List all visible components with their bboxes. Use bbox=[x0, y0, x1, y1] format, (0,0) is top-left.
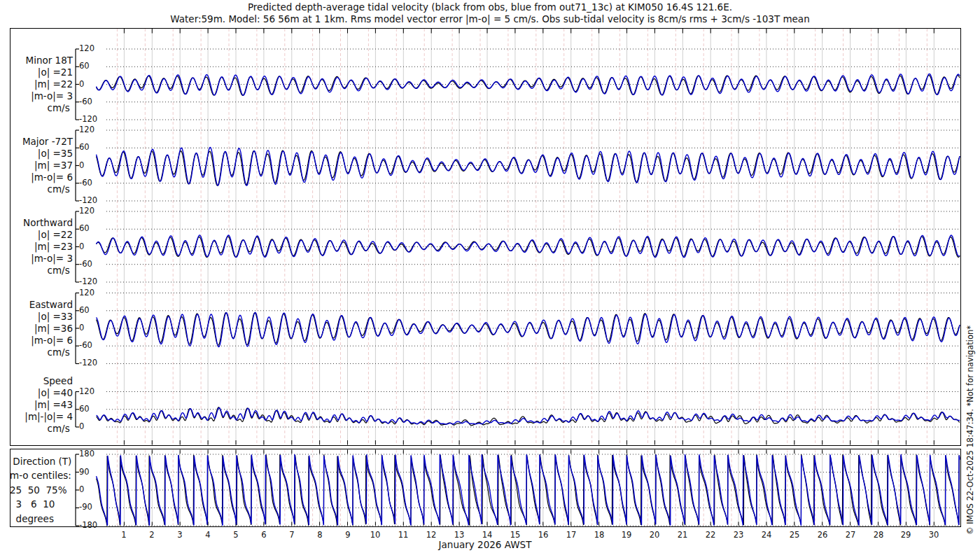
x-tick-label: 23 bbox=[729, 530, 748, 540]
x-tick-label: 2 bbox=[142, 530, 162, 540]
x-tick-label: 10 bbox=[365, 530, 385, 540]
y-tick-label: -60 bbox=[79, 97, 92, 106]
y-tick-label: -120 bbox=[79, 195, 97, 205]
panel-label-speed: Speed |o| =40 |m| =43 |m|-|o|= 4 cm/s bbox=[8, 375, 73, 435]
x-tick-label: 24 bbox=[757, 530, 776, 540]
watermark-text: © IMOS 22-Oct-2025 18:47:34. *Not for na… bbox=[965, 326, 975, 535]
x-tick-label: 4 bbox=[198, 530, 218, 540]
x-tick-label: 20 bbox=[645, 530, 664, 540]
y-tick-label: -60 bbox=[79, 340, 92, 350]
y-tick-label: -120 bbox=[79, 358, 97, 368]
y-tick-label: 60 bbox=[79, 223, 90, 233]
y-tick-label: -120 bbox=[79, 114, 97, 124]
y-tick-label: 0 bbox=[79, 241, 84, 251]
y-tick-label: 120 bbox=[79, 288, 94, 298]
y-tick-label: 0 bbox=[79, 79, 84, 89]
panel-label-eastward: Eastward |o| =33 |m| =36 |m-o|= 6 cm/s bbox=[8, 299, 73, 358]
x-tick-label: 17 bbox=[561, 530, 581, 540]
x-tick-label: 26 bbox=[813, 530, 832, 540]
panel-label-direction: Direction (T) m-o centiles: 25 50 75% 3 … bbox=[10, 454, 92, 526]
x-tick-label: 7 bbox=[282, 530, 302, 540]
x-tick-label: 21 bbox=[673, 530, 692, 540]
y-tick-label: 60 bbox=[79, 305, 90, 315]
x-tick-label: 15 bbox=[505, 530, 525, 540]
y-tick-label: 60 bbox=[79, 61, 90, 71]
x-tick-label: 22 bbox=[701, 530, 720, 540]
y-tick-label: 60 bbox=[79, 404, 90, 414]
x-tick-label: 8 bbox=[310, 530, 330, 540]
panel-label-northward: Northward |o| =22 |m| =23 |m-o|= 3 cm/s bbox=[8, 217, 73, 276]
x-tick-label: 1 bbox=[114, 530, 134, 540]
x-tick-label: 11 bbox=[393, 530, 413, 540]
y-tick-label: 0 bbox=[79, 160, 84, 170]
x-axis-label: January 2026 AWST bbox=[0, 539, 970, 550]
x-tick-label: 29 bbox=[896, 530, 916, 540]
x-tick-label: 9 bbox=[338, 530, 358, 540]
x-tick-label: 12 bbox=[421, 530, 441, 540]
y-tick-label: 120 bbox=[79, 43, 94, 53]
chart-canvas bbox=[0, 0, 980, 560]
x-tick-label: 25 bbox=[785, 530, 804, 540]
x-tick-label: 13 bbox=[449, 530, 469, 540]
panel-label-minor: Minor 18T |o| =21 |m| =22 |m-o|= 3 cm/s bbox=[8, 55, 73, 114]
y-tick-label: 120 bbox=[79, 125, 94, 134]
x-tick-label: 27 bbox=[841, 530, 860, 540]
y-tick-label: 0 bbox=[79, 421, 84, 431]
y-tick-label: 0 bbox=[79, 323, 84, 332]
x-tick-label: 30 bbox=[924, 530, 944, 540]
x-tick-label: 19 bbox=[617, 530, 636, 540]
y-tick-label: -120 bbox=[79, 276, 97, 286]
panel-label-major: Major -72T |o| =35 |m| =37 |m-o|= 6 cm/s bbox=[8, 136, 73, 195]
x-tick-label: 3 bbox=[170, 530, 190, 540]
y-tick-label: -60 bbox=[79, 259, 92, 269]
y-tick-label: -60 bbox=[79, 178, 92, 188]
y-tick-label: 120 bbox=[79, 206, 94, 216]
y-tick-label: 120 bbox=[79, 386, 94, 396]
x-tick-label: 14 bbox=[477, 530, 497, 540]
y-tick-label: 60 bbox=[79, 142, 90, 152]
x-tick-label: 28 bbox=[869, 530, 888, 540]
x-tick-label: 16 bbox=[533, 530, 553, 540]
x-tick-label: 18 bbox=[589, 530, 609, 540]
x-tick-label: 6 bbox=[254, 530, 274, 540]
x-tick-label: 5 bbox=[226, 530, 246, 540]
